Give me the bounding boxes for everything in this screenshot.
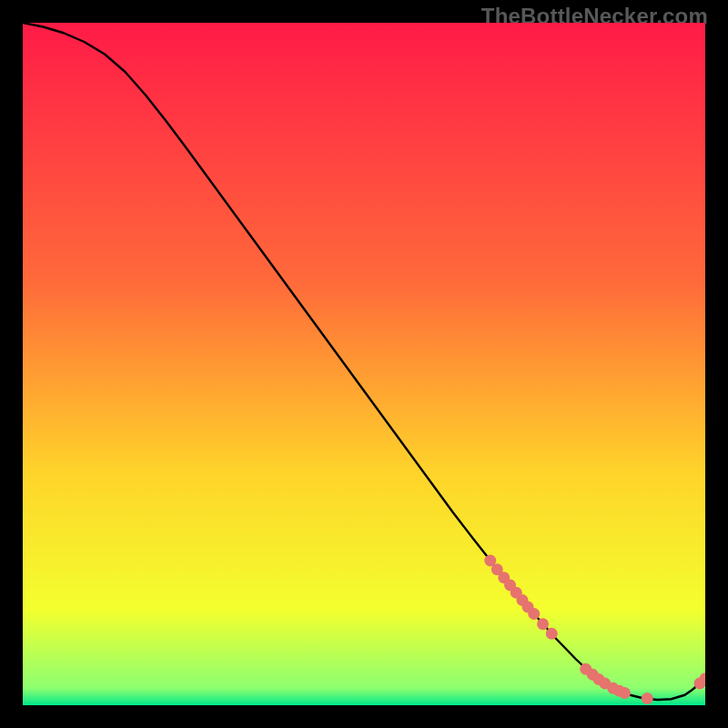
bottleneck-chart — [23, 23, 705, 705]
marker-point — [546, 628, 558, 640]
marker-point — [537, 618, 549, 630]
marker-point — [619, 687, 631, 699]
plot-background — [23, 23, 705, 705]
chart-stage: TheBottleNecker.com — [0, 0, 728, 728]
marker-point — [642, 693, 653, 704]
marker-point — [528, 608, 540, 620]
